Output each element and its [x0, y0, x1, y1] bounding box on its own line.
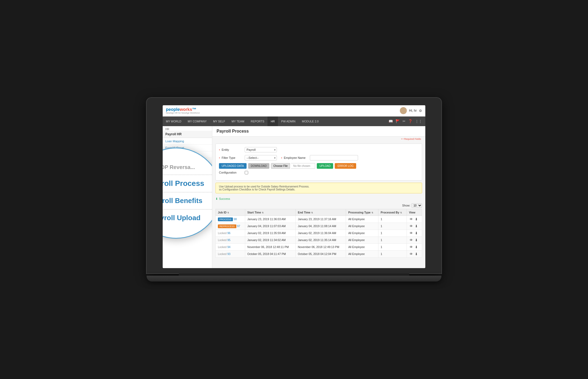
employee-name-input[interactable] [310, 155, 358, 160]
avatar [400, 107, 407, 114]
zoom-divider-3 [163, 209, 212, 209]
uploaded-data-button[interactable]: UPLOADED DATA [219, 163, 247, 169]
badge-process[interactable]: PROCESS [218, 217, 233, 221]
employee-name-label: • Employee Name [281, 156, 306, 159]
table-row: Locked 96 January 02, 2019 11:35:59 AM J… [216, 230, 422, 237]
view-download-icon[interactable]: ⬇ [415, 252, 418, 256]
filter-type-label: • Filter Type [219, 156, 240, 159]
logo-area: peopleworks™ NewAge HR for NewAge Workfo… [166, 107, 200, 114]
tools-icon[interactable]: ✂ [403, 119, 405, 123]
configuration-label: Configuration [219, 171, 240, 174]
logo: peopleworks™ NewAge HR for NewAge Workfo… [166, 107, 200, 114]
cell-processed-by: 1 [378, 223, 407, 230]
entity-label: • Entity [219, 148, 240, 151]
table-controls: Show: 10 [212, 202, 425, 209]
nav-item-my-world[interactable]: MY WORLD [163, 117, 185, 126]
cell-processed-by: 1 [378, 250, 407, 257]
entity-row: • Entity Payroll [219, 147, 419, 152]
cell-view: 👁 ⬇ [407, 243, 422, 250]
configuration-checkbox[interactable] [245, 171, 248, 174]
file-input-group: Choose File No file chosen [271, 163, 315, 169]
flag-icon[interactable]: 🚩 [396, 119, 400, 123]
cell-start-time: January 02, 2019 11:34:02 AM [245, 237, 295, 243]
nav-item-reports[interactable]: REPORTS [248, 117, 268, 126]
nav-item-module20[interactable]: MODULE 2.0 [299, 117, 322, 126]
view-download-icon[interactable]: ⬇ [415, 238, 418, 242]
table-row: Locked 94 November 06, 2018 12:48:11 PM … [216, 243, 422, 250]
cell-start-time: October 05, 2018 04:11:47 PM [245, 250, 295, 257]
cell-job-id[interactable]: 96 [227, 231, 230, 235]
nav-item-my-company[interactable]: MY COMPANY [185, 117, 210, 126]
sort-job-id[interactable]: ⇅ [227, 212, 229, 214]
table-row: Locked 93 October 05, 2018 04:11:47 PM O… [216, 250, 422, 257]
required-fields-text: • Required Fields [403, 138, 421, 140]
sidebar-item-loan-mapping[interactable]: Loan Mapping [163, 138, 212, 145]
cell-processing-type: All Employee [346, 243, 378, 250]
book-icon[interactable]: 📖 [389, 119, 393, 123]
help-icon[interactable]: ❓ [408, 119, 412, 123]
laptop-screen: peopleworks™ NewAge HR for NewAge Workfo… [163, 105, 425, 268]
view-eye-icon[interactable]: 👁 [410, 245, 413, 249]
view-eye-icon[interactable]: 👁 [410, 231, 413, 235]
cell-processing-type: All Employee [346, 230, 378, 237]
col-processing-type: Processing Type ⇅ [346, 209, 378, 216]
view-download-icon[interactable]: ⬇ [415, 245, 418, 249]
nav-item-pw-admin[interactable]: PW ADMIN [278, 117, 299, 126]
view-download-icon[interactable]: ⬇ [415, 217, 418, 221]
cell-job-id[interactable]: 98 [234, 217, 237, 221]
logo-sub: NewAge HR for NewAge Workforce [166, 112, 200, 114]
upload-button[interactable]: UPLOAD [317, 163, 333, 169]
user-greeting: Hi, hr [409, 109, 417, 112]
cell-job-id[interactable]: 94 [227, 245, 230, 249]
logo-text: peopleworks™ [166, 107, 196, 112]
view-eye-icon[interactable]: 👁 [410, 238, 413, 242]
sort-processing[interactable]: ⇅ [371, 212, 373, 214]
configuration-row: Configuration [219, 171, 419, 174]
entity-select[interactable]: Payroll [245, 147, 277, 152]
cell-processed-by: 1 [378, 243, 407, 250]
gear-icon[interactable]: ⚙ [419, 109, 422, 113]
sidebar: HR Payroll HR Loan Mapping Form16 Reset … [163, 126, 212, 268]
success-bar: ⬇ Success [212, 196, 425, 202]
svg-point-0 [402, 108, 405, 111]
view-eye-icon[interactable]: 👁 [410, 224, 413, 228]
view-eye-icon[interactable]: 👁 [410, 252, 413, 256]
nav-item-my-self[interactable]: MY SELF [210, 117, 228, 126]
cell-job-id[interactable]: 97 [237, 224, 240, 228]
nav-item-my-team[interactable]: MY TEAM [228, 117, 247, 126]
nav-item-hr[interactable]: HR [267, 117, 278, 126]
view-download-icon[interactable]: ⬇ [415, 231, 418, 235]
file-name-display: No file chosen [291, 163, 315, 169]
menu-icon[interactable]: ⋮⋮ [415, 119, 422, 123]
badge-reprocess[interactable]: REPROCESS [218, 224, 236, 228]
view-download-icon[interactable]: ⬇ [415, 224, 418, 228]
cell-end-time: January 04, 2019 11:08:14 AM [296, 223, 346, 230]
cell-job-id[interactable]: 95 [227, 238, 230, 242]
cell-processed-by: 1 [378, 216, 407, 223]
header-right: Hi, hr ⚙ [400, 107, 422, 114]
required-note: • • Required Fields [212, 137, 425, 141]
filter-type-select[interactable]: --Select-- [245, 155, 277, 160]
sidebar-breadcrumb-child[interactable]: Payroll HR [163, 131, 212, 138]
download-button[interactable]: DOWNLOAD [248, 163, 269, 169]
choose-file-label[interactable]: Choose File [271, 163, 290, 169]
table-row: REPROCESS 97 January 04, 2019 11:07:03 A… [216, 223, 422, 230]
cell-processed-by: 1 [378, 237, 407, 243]
zoom-lop-reversal: LOP Reversa... [163, 163, 200, 172]
cell-job-id[interactable]: 93 [227, 252, 230, 256]
error-log-button[interactable]: ERROR LOG [335, 163, 356, 169]
app-header: peopleworks™ NewAge HR for NewAge Workfo… [163, 105, 425, 117]
svg-point-1 [401, 111, 406, 114]
sort-processed-by[interactable]: ⇅ [400, 212, 402, 214]
success-text: Success [219, 197, 230, 200]
cell-processing-type: All Employee [346, 223, 378, 230]
cell-end-time: January 02, 2019 11:36:04 AM [296, 230, 346, 237]
sort-start-time[interactable]: ⇅ [262, 212, 264, 214]
zoom-circle-overlay: LOP Reversa... Payroll Process Payroll B… [163, 148, 212, 239]
sort-end-time[interactable]: ⇅ [311, 212, 313, 214]
table-section: Job ID ⇅ Start Time ⇅ End Time ⇅ Process… [215, 209, 422, 258]
view-eye-icon[interactable]: 👁 [410, 217, 413, 221]
cell-status: REPROCESS 97 [216, 223, 245, 230]
cell-end-time: November 06, 2018 12:49:13 PM [296, 243, 346, 250]
show-select[interactable]: 10 [411, 203, 422, 208]
